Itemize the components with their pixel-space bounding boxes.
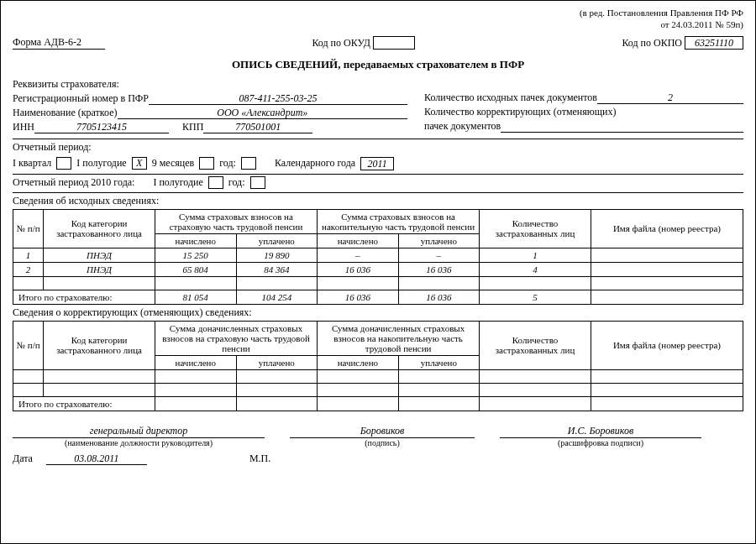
table-row [13,369,743,383]
th-accrued1: начислено [155,355,236,369]
sig-position[interactable]: генеральный директор [13,423,265,438]
half-checkbox[interactable]: Х [132,157,147,170]
sig-name[interactable]: И.С. Боровиков [500,423,701,438]
half2-checkbox[interactable] [208,176,223,189]
okpo-label: Код по ОКПО [622,37,682,50]
c: 65 804 [155,262,236,276]
period-title: Отчетный период: [13,139,743,154]
year-label-2: год: [228,176,245,189]
kpp-value[interactable]: 770501001 [203,121,312,133]
th-paid1: уплачено [236,233,318,248]
c: 16 036 [398,290,480,304]
th-accrued2: начислено [318,355,399,369]
table-row: 1 ПНЭД 15 250 19 890 – – 1 [13,248,743,262]
c: 4 [480,262,591,276]
kpp-label: КПП [182,121,203,133]
reg-label: Регистрационный номер в ПФР [13,92,149,105]
document-title: ОПИСЬ СВЕДЕНИЙ, передаваемых страховател… [13,58,743,71]
inn-label: ИНН [13,121,34,133]
year-checkbox[interactable] [241,157,256,170]
form-code: Форма АДВ-6-2 [13,36,105,50]
th-count: Количество застрахованных лиц [480,321,591,369]
name-label: Наименование (краткое) [13,107,118,119]
year2-checkbox[interactable] [250,176,265,189]
reg-value[interactable]: 087-411-255-03-25 [149,92,407,105]
table-row: 2 ПНЭД 65 804 84 364 16 036 16 036 4 [13,262,743,276]
year-label: год: [219,157,236,170]
c: 1 [13,248,44,262]
th-sum-ins: Сумма страховых взносов на страховую час… [155,209,317,233]
th-acc-acc: Сумма доначисленных страховых взносов на… [318,321,480,355]
c: – [398,248,480,262]
c: 16 036 [318,290,399,304]
decree-note-line2: от 24.03.2011 № 59п) [13,19,743,31]
c [591,290,743,304]
okud-box[interactable] [373,36,415,50]
c: 104 254 [236,290,318,304]
half-label: I полугодие [76,157,126,170]
count-corr-value[interactable] [501,120,743,133]
requisites-label: Реквизиты страхователя: [13,78,119,91]
c: – [318,248,399,262]
document-page: (в ред. Постановления Правления ПФ РФ от… [0,0,756,544]
th-file: Имя файла (номер реестра) [591,209,743,248]
cal-year-label: Календарного года [275,157,355,170]
c: 16 036 [398,262,480,276]
th-paid2: уплачено [398,233,480,248]
th-acc-ins: Сумма доначисленных страховых взносов на… [155,321,317,355]
cal-year-box[interactable]: 2011 [360,157,394,170]
sig-pos-cap: (наименование должности руководителя) [13,438,265,447]
source-title: Сведения об исходных сведениях: [13,192,743,207]
corr-table: № п/п Код категории застрахованного лица… [13,321,743,411]
c: 15 250 [155,248,236,262]
th-sum-acc: Сумма страховых взносов на накопительную… [318,209,480,233]
c: 5 [480,290,591,304]
sig-sign-cap: (подпись) [290,438,475,447]
c: 84 364 [236,262,318,276]
th-cat: Код категории застрахованного лица [44,321,155,369]
decree-note-line1: (в ред. Постановления Правления ПФ РФ [13,8,743,19]
q1-label: I квартал [13,157,51,170]
mp-label: М.П. [249,452,270,465]
date-value[interactable]: 03.08.2011 [46,452,147,465]
th-file: Имя файла (номер реестра) [591,321,743,369]
okpo-box[interactable]: 63251110 [685,36,743,50]
sig-signature[interactable]: Боровиков [290,423,475,438]
c: 19 890 [236,248,318,262]
th-paid2: уплачено [398,355,480,369]
total-label: Итого по страхователю: [13,396,155,411]
sig-name-cap: (расшифровка подписи) [500,438,701,447]
th-accrued2: начислено [318,233,399,248]
total-label: Итого по страхователю: [13,290,155,304]
q1-checkbox[interactable] [56,157,71,170]
inn-value[interactable]: 7705123415 [34,121,169,133]
c: 2 [13,262,44,276]
table-row [13,276,743,290]
date-label: Дата [13,452,33,465]
th-paid1: уплачено [236,355,318,369]
count-corr-label1: Количество корректирующих (отменяющих) [424,106,616,118]
c: ПНЭД [44,248,155,262]
name-value[interactable]: ООО «Александрит» [118,107,407,119]
table-row-total: Итого по страхователю: [13,396,743,411]
th-num: № п/п [13,321,44,369]
count-out-value[interactable]: 2 [597,92,743,104]
corr-title: Сведения о корректирующих (отменяющих) с… [13,306,743,319]
count-out-label: Количество исходных пачек документов [424,92,597,104]
period2-title: Отчетный период 2010 года: [13,176,134,189]
source-table: № п/п Код категории застрахованного лица… [13,209,743,305]
th-cat: Код категории застрахованного лица [44,209,155,248]
nine-label: 9 месяцев [152,157,194,170]
th-accrued1: начислено [155,233,236,248]
half-label-2: I полугодие [153,176,202,189]
table-row-total: Итого по страхователю: 81 054 104 254 16… [13,290,743,304]
th-count: Количество застрахованных лиц [480,209,591,248]
c [591,248,743,262]
okud-label: Код по ОКУД [312,37,370,50]
c: 16 036 [318,262,399,276]
c [591,262,743,276]
count-corr-label2: пачек документов [424,120,501,133]
table-row [13,383,743,396]
nine-checkbox[interactable] [199,157,214,170]
c: 1 [480,248,591,262]
